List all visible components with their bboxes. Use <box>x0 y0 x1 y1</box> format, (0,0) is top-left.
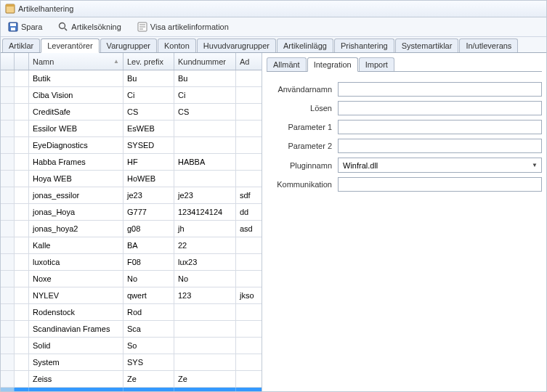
label-username: Användarnamn <box>267 85 332 94</box>
search-button[interactable]: Artikelsökning <box>55 20 123 33</box>
main-tab-in/utleverans[interactable]: In/utleverans <box>459 38 518 52</box>
table-row[interactable]: luxoticaF08lux23 <box>1 254 262 271</box>
main-tab-prishantering[interactable]: Prishantering <box>334 38 394 52</box>
input-username[interactable] <box>338 82 542 97</box>
cell-kund: je23 <box>174 187 235 203</box>
cell-ad: jkso <box>235 287 262 303</box>
table-row[interactable]: EyeDiagnosticsSYSED <box>1 137 262 154</box>
cell-ad <box>235 104 262 120</box>
input-parameter1[interactable] <box>338 120 542 134</box>
save-label: Spara <box>21 23 42 31</box>
cell-prefix: SYS <box>123 354 174 370</box>
grid-header-kundnummer[interactable]: Kundnummer <box>174 53 235 70</box>
table-row[interactable]: ZeissZeZe <box>1 371 262 388</box>
cell-ad <box>235 321 262 337</box>
row-indicator <box>1 321 14 337</box>
combo-pluginname[interactable]: ▼ <box>338 158 542 173</box>
input-kommunikation[interactable] <box>338 177 542 192</box>
table-row[interactable]: Hoya WEBHoWEB <box>1 171 262 187</box>
row-indicator <box>1 271 14 287</box>
cell-ad <box>235 70 262 86</box>
grid-header-indicator[interactable] <box>1 53 14 70</box>
table-row[interactable]: RodenstockRod <box>1 304 262 321</box>
grid-header-ad[interactable]: Ad <box>235 53 262 70</box>
table-row[interactable]: jonas_HoyaG7771234124124dd <box>1 204 262 221</box>
row-indicator <box>1 304 14 320</box>
row-indicator <box>1 287 14 303</box>
row-indicator <box>1 254 14 270</box>
table-row[interactable]: Scandinavian FramesSca <box>1 321 262 338</box>
main-tab-konton[interactable]: Konton <box>158 38 196 52</box>
cell-kund: Ci <box>174 87 235 103</box>
cell-ad <box>235 388 262 391</box>
main-tab-artiklar[interactable]: Artiklar <box>2 38 40 52</box>
cell-kund: Ze <box>174 371 235 387</box>
titlebar: Artikelhantering <box>1 1 546 17</box>
cell-kund <box>174 171 235 187</box>
detail-tab-import[interactable]: Import <box>359 57 394 71</box>
cell-prefix: Rod <box>123 304 174 320</box>
cell-prefix: G777 <box>123 204 174 220</box>
grid-header-blank[interactable] <box>14 53 28 70</box>
main-tab-leverantörer[interactable]: Leverantörer <box>41 38 99 53</box>
grid-header-name[interactable]: Namn ▲ <box>28 53 123 70</box>
table-row[interactable]: NoxeNoNo <box>1 271 262 287</box>
cell-ad <box>235 271 262 287</box>
table-row[interactable]: jonas_hoya2g08jhasd <box>1 221 262 237</box>
row-indicator <box>1 237 14 253</box>
row-indicator <box>1 204 14 220</box>
main-tab-varugrupper[interactable]: Varugrupper <box>100 38 157 52</box>
table-row[interactable]: Ciba VisionCiCi <box>1 87 262 104</box>
main-tab-huvudvarugrupper[interactable]: Huvudvarugrupper <box>197 38 276 52</box>
table-row[interactable]: ButikBuBu <box>1 70 262 87</box>
search-icon <box>58 22 68 32</box>
cell-name: jonas_hoya2 <box>28 221 123 237</box>
detail-tabs: AllmäntIntegrationImport <box>267 57 542 72</box>
table-row[interactable]: KalleBA22 <box>1 237 262 254</box>
cell-prefix: je23 <box>123 187 174 203</box>
detail-tab-allmänt[interactable]: Allmänt <box>267 57 307 71</box>
main-tab-artikelinlägg[interactable]: Artikelinlägg <box>277 38 333 52</box>
row-indicator <box>1 354 14 370</box>
table-row[interactable]: CreditSafeCSCS <box>1 104 262 121</box>
data-grid: Namn ▲ Lev. prefix Kundnummer Ad ButikBu… <box>1 53 262 391</box>
main-tab-systemartiklar[interactable]: Systemartiklar <box>395 38 459 52</box>
cell-ad <box>235 254 262 270</box>
svg-rect-3 <box>10 23 16 26</box>
detail-tab-integration[interactable]: Integration <box>307 57 358 72</box>
label-parameter2: Parameter 2 <box>267 142 332 150</box>
info-icon <box>137 22 147 32</box>
grid-header-prefix[interactable]: Lev. prefix <box>123 53 174 70</box>
cell-name: NYLEV <box>28 287 123 303</box>
table-row[interactable]: jonas_essilorje23je23sdf <box>1 187 262 204</box>
cell-name: jonas_Hoya <box>28 204 123 220</box>
cell-kund <box>174 121 235 136</box>
svg-rect-1 <box>6 4 15 7</box>
cell-kund: jh <box>174 221 235 237</box>
info-button[interactable]: Visa artikelinformation <box>134 20 232 33</box>
cell-name: Solid <box>28 338 123 354</box>
detail-pane: AllmäntIntegrationImport Användarnamn Lö… <box>262 53 546 391</box>
table-row[interactable]: Habba FramesHFHABBA <box>1 154 262 171</box>
table-row[interactable]: ▶Zeiss Winfral <box>1 388 262 391</box>
cell-ad <box>235 338 262 354</box>
table-row[interactable]: NYLEVqwert123jkso <box>1 287 262 304</box>
table-row[interactable]: SystemSYS <box>1 354 262 371</box>
input-password[interactable] <box>338 101 542 115</box>
save-button[interactable]: Spara <box>5 20 45 33</box>
table-row[interactable]: SolidSo <box>1 338 262 354</box>
cell-ad <box>235 354 262 370</box>
cell-ad <box>235 137 262 153</box>
input-parameter2[interactable] <box>338 139 542 153</box>
row-indicator <box>1 87 14 103</box>
cell-kund: No <box>174 271 235 287</box>
cell-ad <box>235 171 262 187</box>
cell-kund <box>174 354 235 370</box>
cell-ad <box>235 304 262 320</box>
cell-kund: 1234124124 <box>174 204 235 220</box>
window-title: Artikelhantering <box>18 4 73 13</box>
cell-ad: asd <box>235 221 262 237</box>
table-row[interactable]: Essilor WEBEsWEB <box>1 121 262 137</box>
row-indicator <box>1 338 14 354</box>
label-password: Lösen <box>267 104 332 113</box>
